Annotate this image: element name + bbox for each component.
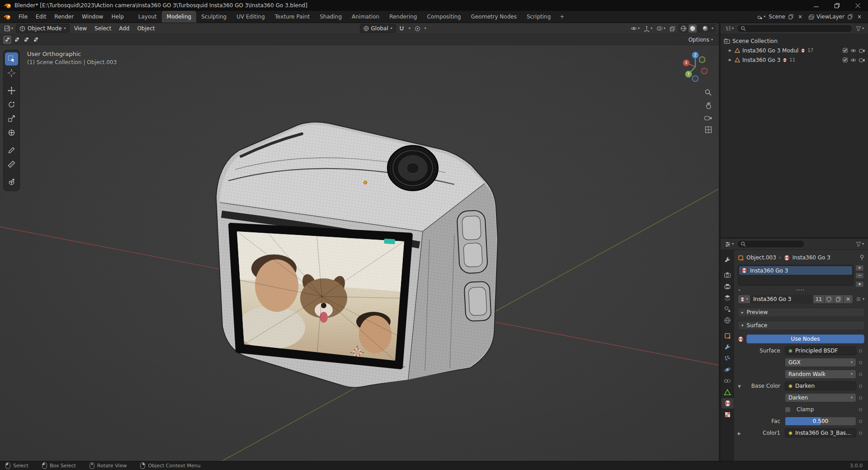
disable-render-icon[interactable]	[859, 48, 865, 53]
mode-dropdown[interactable]: Object Mode ▾	[16, 24, 70, 33]
tab-compositing[interactable]: Compositing	[422, 11, 466, 23]
measure-tool[interactable]	[5, 158, 18, 171]
tab-modifiers[interactable]	[722, 342, 734, 352]
expand-icon[interactable]: ▶	[729, 48, 732, 52]
cursor-tool[interactable]	[5, 66, 18, 80]
tab-render[interactable]	[722, 270, 734, 280]
browse-material-button[interactable]: ▾	[738, 295, 750, 304]
tab-scene[interactable]	[722, 304, 734, 314]
collapse-icon[interactable]: ▼	[738, 384, 741, 389]
overlays-dropdown[interactable]: ▾	[655, 25, 667, 32]
menu-window[interactable]: Window	[78, 11, 107, 23]
tab-animation[interactable]: Animation	[347, 11, 384, 23]
hide-eye-icon[interactable]	[850, 48, 856, 53]
tab-world[interactable]	[722, 315, 734, 325]
new-viewlayer-button[interactable]	[846, 13, 854, 20]
navigation-gizmo[interactable]: X Y Z	[676, 48, 714, 86]
material-name-field[interactable]: Insta360 Go 3	[750, 295, 813, 304]
editor-type-button[interactable]: ▾	[3, 24, 14, 33]
surface-section-header[interactable]: ▾ Surface	[738, 321, 864, 330]
outliner-row-object[interactable]: ▶ Insta360 Go 3 11	[721, 55, 868, 65]
menu-edit[interactable]: Edit	[32, 11, 50, 23]
viewport-menu-select[interactable]: Select	[91, 25, 114, 32]
animate-decorator[interactable]	[859, 361, 862, 364]
disable-render-icon[interactable]	[859, 58, 865, 62]
tab-layout[interactable]: Layout	[133, 11, 162, 23]
select-mode-extend[interactable]	[13, 36, 21, 44]
scene-name[interactable]: Scene	[769, 14, 785, 20]
view-object-types-dropdown[interactable]: ▾	[629, 25, 641, 32]
animate-decorator[interactable]	[859, 408, 862, 411]
tab-view-layer[interactable]	[722, 292, 734, 303]
hide-eye-icon[interactable]	[850, 58, 856, 62]
subsurface-method-dropdown[interactable]: Random Walk ▾	[785, 370, 856, 379]
list-resize-grip[interactable]: ▸	[738, 287, 864, 292]
select-box-tool[interactable]	[5, 52, 18, 66]
viewport-menu-view[interactable]: View	[71, 25, 90, 32]
rotate-tool[interactable]	[5, 98, 18, 111]
animate-decorator[interactable]	[859, 432, 862, 435]
pan-hand-button[interactable]	[704, 102, 712, 109]
options-dropdown[interactable]: Options ▾	[686, 36, 716, 44]
tab-geometry-nodes[interactable]: Geometry Nodes	[466, 11, 522, 23]
unlink-material-button[interactable]: ×	[843, 295, 853, 304]
camera-view-button[interactable]	[704, 115, 712, 121]
checkbox-icon[interactable]	[843, 57, 848, 62]
outliner-row-object[interactable]: ▶ Insta360 Go 3 Modul 17	[721, 46, 868, 55]
menu-render[interactable]: Render	[50, 11, 78, 23]
select-mode-intersect[interactable]	[32, 36, 40, 44]
tab-object-data[interactable]	[722, 387, 734, 397]
snap-settings-dropdown[interactable]: ▾	[407, 26, 412, 31]
shading-dropdown[interactable]: ▾	[710, 26, 715, 31]
viewport-canvas[interactable]: Insta360	[0, 45, 719, 461]
scene-browse-button[interactable]: ▾	[755, 13, 767, 21]
add-cube-tool[interactable]	[5, 175, 18, 188]
xray-toggle[interactable]	[668, 25, 677, 33]
breadcrumb-material[interactable]: Insta360 Go 3	[793, 254, 830, 261]
scale-tool[interactable]	[5, 112, 18, 125]
unlink-scene-button[interactable]: ×	[797, 13, 804, 21]
tab-modeling[interactable]: Modeling	[162, 11, 197, 23]
tab-output[interactable]	[722, 281, 734, 291]
orthographic-toggle-button[interactable]	[705, 126, 712, 133]
transform-tool[interactable]	[5, 126, 18, 139]
shading-rendered-button[interactable]	[701, 24, 709, 33]
tab-scripting[interactable]: Scripting	[522, 11, 556, 23]
remove-viewlayer-button[interactable]: ×	[856, 13, 863, 21]
expand-icon[interactable]: ▶	[738, 431, 741, 436]
tab-texture[interactable]	[722, 409, 734, 420]
animate-decorator[interactable]	[859, 349, 862, 352]
outliner-editor-type-button[interactable]: ▾	[723, 24, 735, 33]
fake-user-toggle[interactable]	[824, 295, 834, 304]
material-users-count[interactable]: 11	[813, 295, 825, 304]
preview-section-header[interactable]: ▸ Preview	[738, 308, 864, 317]
outliner-search-input[interactable]	[737, 24, 853, 33]
new-material-button[interactable]	[834, 295, 844, 304]
snap-toggle[interactable]	[397, 25, 406, 33]
use-nodes-button[interactable]: Use Nodes	[746, 334, 864, 343]
surface-shader-field[interactable]: Principled BSDF	[785, 346, 856, 355]
expand-icon[interactable]: ▶	[729, 58, 732, 62]
properties-filter-button[interactable]: ▾	[854, 240, 865, 248]
blender-menu-button[interactable]	[0, 11, 14, 23]
animate-decorator[interactable]	[859, 420, 862, 423]
tab-shading[interactable]: Shading	[315, 11, 347, 23]
tab-material[interactable]	[722, 398, 734, 409]
animate-decorator[interactable]	[859, 396, 862, 400]
animate-decorator[interactable]	[859, 373, 862, 376]
tab-constraints[interactable]	[722, 376, 734, 386]
minimize-button[interactable]	[806, 0, 826, 11]
menu-file[interactable]: File	[14, 11, 32, 23]
select-mode-subtract[interactable]	[22, 36, 30, 44]
tab-rendering[interactable]: Rendering	[384, 11, 422, 23]
distribution-dropdown[interactable]: GGX ▾	[785, 358, 856, 367]
fac-slider[interactable]: 0.500	[785, 417, 856, 426]
viewlayer-name[interactable]: ViewLayer	[816, 14, 844, 20]
new-scene-button[interactable]	[787, 13, 795, 20]
material-slot-active[interactable]: Insta360 Go 3	[739, 266, 852, 275]
orientation-dropdown[interactable]: Global ▾	[360, 24, 396, 33]
outliner-row-scene-collection[interactable]: Scene Collection	[721, 36, 868, 46]
material-specials-icon[interactable]	[856, 296, 861, 302]
color1-link-field[interactable]: Insta360 Go 3_Base_C...	[785, 428, 856, 437]
viewport-menu-object[interactable]: Object	[134, 25, 158, 32]
